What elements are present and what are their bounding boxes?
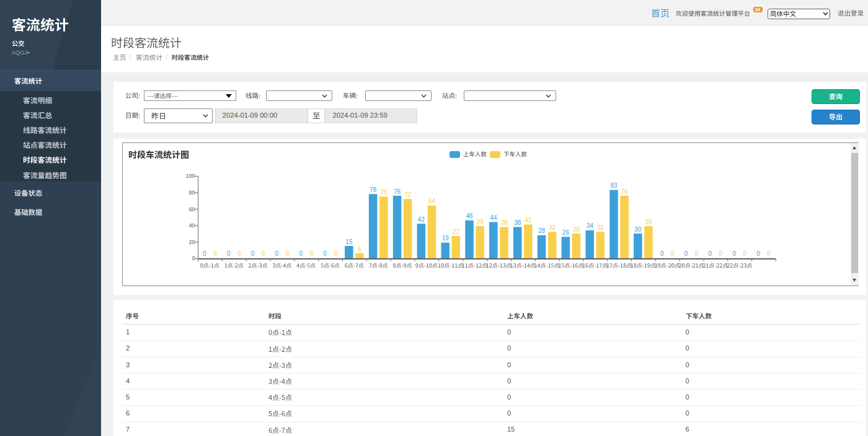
svg-text:39: 39 bbox=[645, 219, 652, 225]
svg-text:0: 0 bbox=[660, 250, 664, 257]
svg-text:41: 41 bbox=[525, 217, 532, 224]
svg-text:38: 38 bbox=[500, 219, 508, 226]
svg-text:38: 38 bbox=[514, 219, 521, 226]
svg-text:15: 15 bbox=[345, 238, 353, 245]
svg-text:0: 0 bbox=[262, 250, 265, 257]
svg-text:32: 32 bbox=[597, 224, 604, 231]
svg-text:64: 64 bbox=[428, 198, 436, 204]
svg-text:0: 0 bbox=[310, 250, 314, 257]
svg-text:20: 20 bbox=[188, 239, 195, 245]
svg-text:0: 0 bbox=[671, 250, 675, 257]
svg-text:19: 19 bbox=[442, 235, 450, 242]
svg-text:0: 0 bbox=[251, 250, 255, 257]
svg-text:80: 80 bbox=[188, 190, 195, 196]
svg-text:30: 30 bbox=[573, 226, 580, 233]
svg-text:0: 0 bbox=[213, 250, 217, 257]
svg-text:42: 42 bbox=[418, 216, 425, 223]
svg-text:26: 26 bbox=[562, 229, 570, 236]
svg-text:76: 76 bbox=[621, 188, 629, 195]
svg-text:39: 39 bbox=[477, 219, 484, 225]
svg-text:0: 0 bbox=[275, 250, 279, 257]
svg-text:46: 46 bbox=[466, 212, 473, 219]
svg-text:0: 0 bbox=[203, 250, 206, 257]
svg-text:78: 78 bbox=[370, 186, 377, 193]
svg-text:44: 44 bbox=[490, 214, 497, 221]
svg-text:100: 100 bbox=[185, 173, 195, 179]
svg-text:27: 27 bbox=[453, 229, 460, 235]
svg-text:83: 83 bbox=[610, 182, 618, 189]
svg-text:0: 0 bbox=[192, 255, 195, 261]
svg-text:0: 0 bbox=[719, 250, 723, 257]
svg-text:72: 72 bbox=[404, 191, 412, 198]
svg-text:75: 75 bbox=[380, 189, 388, 196]
svg-text:30: 30 bbox=[634, 226, 642, 233]
svg-text:0: 0 bbox=[695, 250, 699, 257]
svg-text:34: 34 bbox=[587, 222, 594, 229]
svg-text:0: 0 bbox=[732, 250, 736, 257]
svg-text:40: 40 bbox=[188, 222, 195, 229]
svg-text:0: 0 bbox=[286, 250, 290, 257]
svg-text:28: 28 bbox=[538, 227, 546, 234]
svg-text:0: 0 bbox=[756, 250, 760, 257]
svg-text:0: 0 bbox=[334, 250, 337, 257]
svg-text:0: 0 bbox=[227, 250, 231, 257]
svg-text:60: 60 bbox=[188, 206, 195, 212]
svg-text:0: 0 bbox=[684, 250, 688, 257]
svg-text:0: 0 bbox=[237, 250, 241, 257]
svg-text:0: 0 bbox=[767, 250, 771, 257]
svg-text:0: 0 bbox=[299, 250, 303, 257]
svg-text:6: 6 bbox=[358, 246, 361, 253]
svg-text:76: 76 bbox=[394, 188, 401, 195]
svg-text:0: 0 bbox=[323, 250, 327, 257]
svg-text:0: 0 bbox=[743, 250, 747, 257]
svg-text:32: 32 bbox=[549, 224, 556, 231]
svg-text:0: 0 bbox=[709, 250, 712, 257]
